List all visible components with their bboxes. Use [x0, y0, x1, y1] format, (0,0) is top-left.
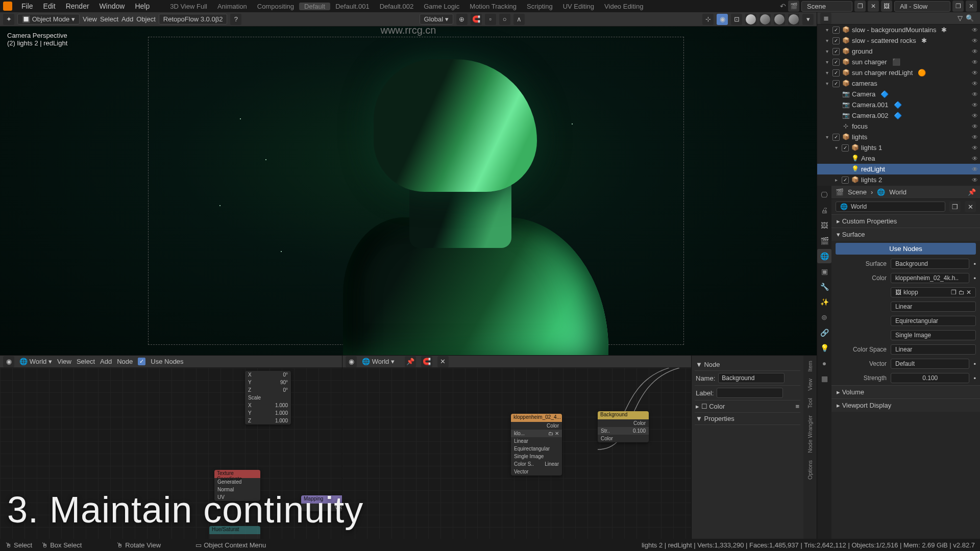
eye-icon[interactable]: 👁	[972, 112, 978, 119]
visibility-checkbox[interactable]	[832, 69, 840, 77]
eye-icon[interactable]: 👁	[972, 91, 978, 98]
node-canvas-right[interactable]: kloppenheim_02_4... Color klo...🗀 ✕ Line…	[342, 368, 691, 539]
tab-render-icon[interactable]: 🖵	[817, 188, 831, 202]
tab-output-icon[interactable]: 🖨	[817, 203, 831, 217]
outliner-row[interactable]: 📷Camera🔷👁	[817, 89, 980, 99]
shading-solid-icon[interactable]	[760, 14, 771, 25]
snap-mode-icon[interactable]: ▫	[485, 14, 496, 25]
3d-viewport[interactable]: Camera Perspective (2) lights 2 | redLig…	[0, 27, 817, 355]
new-world-icon[interactable]: ❐	[949, 201, 961, 212]
eye-icon[interactable]: 👁	[972, 59, 978, 66]
back-icon[interactable]: ↶	[780, 2, 786, 10]
projection-dropdown[interactable]: Equirectangular	[891, 316, 976, 326]
eye-icon[interactable]: 👁	[972, 134, 978, 141]
node-label-input[interactable]	[717, 388, 783, 398]
mode-selector[interactable]: 🔲 Object Mode ▾	[17, 14, 80, 24]
tab-object-icon[interactable]: ▣	[817, 264, 831, 279]
eye-icon[interactable]: 👁	[972, 69, 978, 77]
eye-icon[interactable]: 👁	[972, 102, 978, 109]
menu-file[interactable]: File	[16, 2, 38, 10]
shading-matprev-icon[interactable]	[774, 14, 785, 25]
toggle-xray-icon[interactable]: ⊡	[731, 14, 742, 25]
overlays-icon[interactable]: ◉	[717, 14, 728, 25]
workspace-tab[interactable]: 3D View Full	[165, 3, 212, 10]
editor-type-icon[interactable]: ◉	[3, 356, 14, 367]
outliner-row[interactable]: ▸📦lights 2👁	[817, 174, 980, 185]
workspace-tab[interactable]: Animation	[212, 3, 252, 10]
outliner-row[interactable]: 💡redLight👁	[817, 164, 980, 174]
gizmo-icon[interactable]: ⊹	[702, 14, 714, 25]
menu-edit[interactable]: Edit	[38, 2, 61, 10]
snap-icon[interactable]: 🧲	[471, 14, 482, 25]
unlink-icon[interactable]: ✕	[965, 201, 976, 212]
visibility-checkbox[interactable]	[832, 48, 840, 55]
workspace-tab[interactable]: Default.001	[330, 3, 375, 10]
tab-physics-icon[interactable]: ⊚	[817, 310, 831, 324]
tab-viewlayer-icon[interactable]: 🖼	[817, 218, 831, 233]
eye-icon[interactable]: 👁	[972, 177, 978, 184]
search-icon[interactable]: 🔍	[966, 14, 974, 22]
outliner-row[interactable]: ▾📦slow - backgroundMountains✱👁	[817, 24, 980, 35]
delete-layer-icon[interactable]: ✕	[966, 1, 977, 12]
node-menu-select[interactable]: Select	[77, 358, 95, 365]
view3d-menu-select[interactable]: Select	[100, 15, 118, 23]
node-name-input[interactable]	[718, 373, 785, 383]
outliner-row[interactable]: ▾📦cameras👁	[817, 78, 980, 89]
tab-item[interactable]: Item	[807, 361, 813, 371]
outliner-row[interactable]: 📷Camera.002🔷👁	[817, 110, 980, 121]
tab-texture-icon[interactable]: ▦	[817, 371, 831, 386]
new-scene-icon[interactable]: ❐	[854, 1, 866, 12]
shading-dropdown-icon[interactable]: ▾	[802, 14, 814, 25]
workspace-tab[interactable]: UV Editing	[558, 3, 599, 10]
eye-icon[interactable]: 👁	[972, 166, 978, 173]
filter-icon[interactable]: ▽	[958, 14, 963, 22]
interp-dropdown[interactable]: Linear	[891, 302, 976, 312]
workspace-tab[interactable]: Default.002	[375, 3, 419, 10]
node-menu-add[interactable]: Add	[100, 358, 112, 365]
outliner-row[interactable]: ▾📦lights👁	[817, 132, 980, 142]
visibility-checkbox[interactable]	[832, 27, 840, 34]
tab-data-icon[interactable]: 💡	[817, 341, 831, 355]
menu-window[interactable]: Window	[94, 2, 130, 10]
node-world-selector[interactable]: 🌐 World ▾	[19, 358, 52, 365]
image-datablock[interactable]: 🖼 klopp ❐ 🗀 ✕	[891, 287, 976, 297]
pin-icon[interactable]: 📌	[405, 356, 416, 367]
outliner-row[interactable]: ▾📦sun charger⬛👁	[817, 57, 980, 67]
workspace-tab[interactable]: Game Logic	[419, 3, 464, 10]
shading-rendered-icon[interactable]	[788, 14, 799, 25]
eye-icon[interactable]: 👁	[972, 155, 978, 162]
tab-constraint-icon[interactable]: 🔗	[817, 325, 831, 340]
node-menu-view[interactable]: View	[57, 358, 71, 365]
color-input[interactable]: kloppenheim_02_4k.h..	[891, 273, 969, 283]
new-layer-icon[interactable]: ❐	[952, 1, 964, 12]
eye-icon[interactable]: 👁	[972, 37, 978, 44]
outliner-row[interactable]: 📷Camera.001🔷👁	[817, 99, 980, 110]
view3d-menu-view[interactable]: View	[83, 15, 97, 23]
menu-render[interactable]: Render	[61, 2, 94, 10]
workspace-tab[interactable]: Video Editing	[599, 3, 648, 10]
eye-icon[interactable]: 👁	[972, 27, 978, 34]
scene-selector[interactable]: Scene	[801, 1, 852, 12]
surface-dropdown[interactable]: Background	[891, 259, 969, 269]
visibility-checkbox[interactable]	[832, 134, 840, 141]
node-mapping[interactable]: X0° Y90° Z0° Scale X1.000 Y1.000 Z1.000	[245, 371, 291, 424]
source-dropdown[interactable]: Single Image	[891, 330, 976, 340]
colorspace-dropdown[interactable]: Linear	[891, 344, 976, 355]
outliner-row[interactable]: ▾📦sun charger redLight🟠👁	[817, 67, 980, 78]
outliner-row[interactable]: ▾📦ground👁	[817, 46, 980, 57]
node-properties-row[interactable]: ▼ Properties	[695, 413, 800, 425]
visibility-checkbox[interactable]	[832, 59, 840, 66]
pivot-icon[interactable]: ⊕	[456, 14, 468, 25]
retopoflow-addon[interactable]: RetopoFlow 3.0.0β2	[159, 14, 228, 24]
tab-particle-icon[interactable]: ✨	[817, 295, 831, 309]
tab-view[interactable]: View	[807, 379, 813, 391]
visibility-checkbox[interactable]	[842, 177, 849, 184]
node-sidebar-section[interactable]: ▼ Node	[695, 359, 800, 371]
tab-scene-icon[interactable]: 🎬	[817, 234, 831, 248]
tab-modifier-icon[interactable]: 🔧	[817, 280, 831, 294]
view3d-menu-object[interactable]: Object	[136, 15, 156, 23]
eye-icon[interactable]: 👁	[972, 144, 978, 152]
node-color-row[interactable]: ▸ ☐ Color ≡	[695, 400, 800, 413]
node-env-texture[interactable]: kloppenheim_02_4... Color klo...🗀 ✕ Line…	[511, 414, 562, 475]
pin-icon[interactable]: 📌	[968, 188, 976, 196]
